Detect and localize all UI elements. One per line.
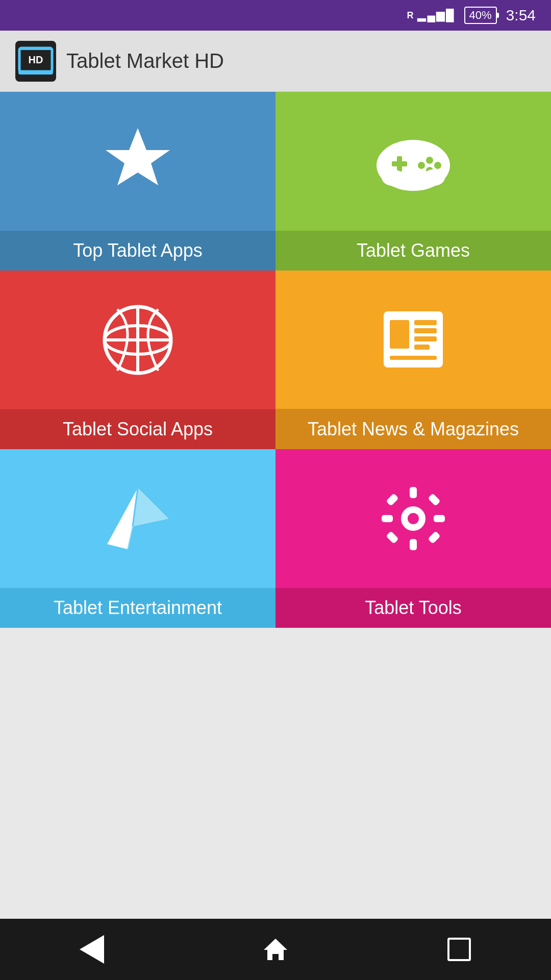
tools-label: Tablet Tools <box>365 597 461 618</box>
newspaper-icon <box>372 299 454 380</box>
svg-rect-34 <box>428 493 440 506</box>
globe-icon <box>97 299 179 381</box>
svg-rect-33 <box>386 493 398 506</box>
svg-rect-5 <box>397 156 402 172</box>
gamepad-icon <box>372 120 454 202</box>
svg-rect-36 <box>428 531 440 544</box>
star-icon <box>97 120 179 202</box>
svg-point-11 <box>422 169 445 186</box>
social-label-bg: Tablet Social Apps <box>0 409 276 449</box>
recent-icon <box>447 938 471 961</box>
svg-rect-19 <box>414 328 437 333</box>
recent-button[interactable] <box>439 929 480 970</box>
battery-indicator: 40% <box>464 7 497 24</box>
social-label: Tablet Social Apps <box>63 419 213 439</box>
svg-marker-2 <box>106 128 170 185</box>
news-icon-area <box>276 271 551 409</box>
entertainment-label: Tablet Entertainment <box>54 597 222 618</box>
status-bar: R ▂▄▆█ 40% 3:54 <box>0 0 551 31</box>
signal-icon: ▂▄▆█ <box>417 9 455 22</box>
social-icon-area <box>0 271 276 409</box>
svg-point-7 <box>434 162 441 169</box>
svg-text:HD: HD <box>29 54 43 65</box>
svg-rect-31 <box>382 515 393 522</box>
cell-top-apps[interactable]: Top Tablet Apps <box>0 92 276 271</box>
back-button[interactable] <box>71 929 112 970</box>
home-icon <box>262 936 289 963</box>
svg-rect-0 <box>19 48 52 71</box>
cell-entertainment[interactable]: Tablet Entertainment <box>0 449 276 628</box>
news-label: Tablet News & Magazines <box>308 419 519 439</box>
games-label: Tablet Games <box>357 240 470 261</box>
svg-marker-37 <box>264 939 287 960</box>
bottom-nav-bar <box>0 919 551 980</box>
entertainment-icon-area <box>0 449 276 588</box>
home-button[interactable] <box>255 929 296 970</box>
entertainment-label-bg: Tablet Entertainment <box>0 588 276 628</box>
gear-icon <box>372 478 454 559</box>
svg-rect-22 <box>390 356 437 360</box>
content-spacer <box>0 628 551 919</box>
svg-rect-20 <box>414 336 437 341</box>
app-header: HD Tablet Market HD <box>0 31 551 92</box>
top-apps-icon-area <box>0 92 276 231</box>
news-label-bg: Tablet News & Magazines <box>276 409 551 449</box>
tools-label-bg: Tablet Tools <box>276 588 551 628</box>
games-icon-area <box>276 92 551 231</box>
svg-rect-29 <box>410 487 417 498</box>
cell-tools[interactable]: Tablet Tools <box>276 449 551 628</box>
roaming-indicator: R <box>407 10 413 21</box>
main-grid: Top Tablet Apps Tablet Games <box>0 92 551 628</box>
cell-games[interactable]: Tablet Games <box>276 92 551 271</box>
svg-point-6 <box>426 157 433 164</box>
svg-point-10 <box>382 169 404 186</box>
svg-point-9 <box>418 162 425 169</box>
top-apps-label-bg: Top Tablet Apps <box>0 231 276 271</box>
svg-point-28 <box>408 513 419 524</box>
app-logo: HD <box>15 41 56 82</box>
svg-marker-24 <box>133 488 168 526</box>
games-label-bg: Tablet Games <box>276 231 551 271</box>
back-icon <box>80 935 104 964</box>
top-apps-label: Top Tablet Apps <box>73 240 203 261</box>
app-title: Tablet Market HD <box>66 50 224 72</box>
cell-social[interactable]: Tablet Social Apps <box>0 271 276 449</box>
svg-rect-17 <box>390 320 409 349</box>
svg-rect-21 <box>414 345 430 350</box>
cell-news[interactable]: Tablet News & Magazines <box>276 271 551 449</box>
svg-rect-35 <box>386 531 398 544</box>
svg-rect-30 <box>410 539 417 550</box>
tools-icon-area <box>276 449 551 588</box>
paper-plane-icon <box>97 478 179 559</box>
svg-rect-32 <box>434 515 445 522</box>
svg-rect-18 <box>414 320 437 325</box>
status-time: 3:54 <box>506 7 536 24</box>
